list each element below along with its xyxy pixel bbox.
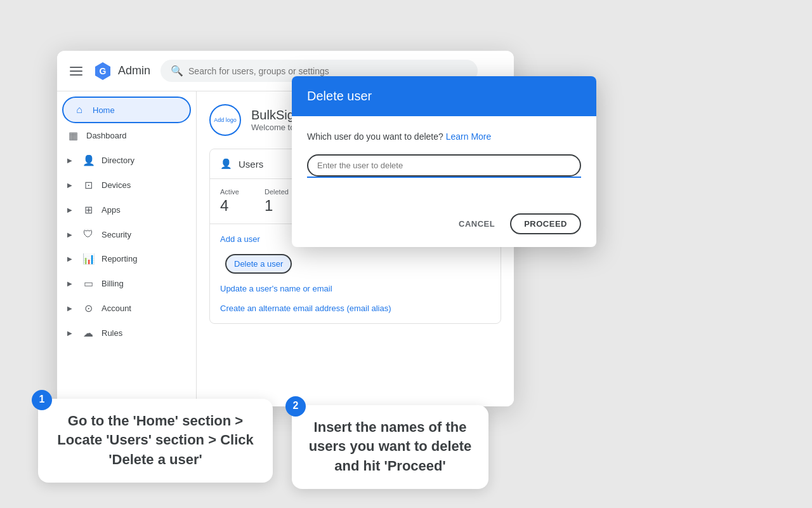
sidebar-item-devices-label: Devices	[102, 180, 131, 190]
sidebar: ⌂ Home ▦ Dashboard ▶ 👤 Directory ▶ ⊡ Dev…	[57, 91, 197, 406]
deleted-count: 1	[265, 197, 273, 214]
update-user-link[interactable]: Update a user's name or email	[210, 279, 501, 298]
active-label: Active	[220, 188, 239, 196]
tooltip-step1: 1 Go to the 'Home' section > Locate 'Use…	[38, 399, 273, 483]
sidebar-item-home-label: Home	[93, 105, 115, 115]
tooltip-step2-text: Insert the names of the users you want t…	[309, 419, 472, 474]
proceed-button[interactable]: PROCEED	[510, 213, 581, 234]
tooltip-step1-text: Go to the 'Home' section > Locate 'Users…	[57, 413, 253, 468]
reporting-icon: 📊	[82, 253, 94, 265]
dialog-title: Delete user	[307, 89, 372, 103]
cancel-button[interactable]: CANCEL	[451, 214, 502, 234]
active-count: 4	[220, 197, 228, 214]
delete-dialog: Delete user Which user do you want to de…	[292, 76, 596, 247]
chevron-icon-account: ▶	[67, 305, 72, 312]
user-input-display	[307, 154, 581, 177]
account-icon: ⊙	[82, 302, 94, 314]
rules-icon: ☁	[82, 327, 94, 339]
learn-more-link[interactable]: Learn More	[446, 131, 492, 142]
sidebar-item-apps-label: Apps	[102, 205, 121, 215]
active-stat: Active 4	[220, 188, 239, 215]
users-card-title: 👤 Users	[220, 158, 263, 170]
chevron-icon-reporting: ▶	[67, 255, 72, 262]
users-title: Users	[239, 159, 263, 170]
chevron-icon-apps: ▶	[67, 206, 72, 213]
search-icon: 🔍	[171, 65, 183, 77]
dialog-body: Which user do you want to delete? Learn …	[292, 116, 596, 206]
deleted-stat: Deleted 1	[265, 188, 289, 215]
sidebar-item-rules-label: Rules	[102, 328, 122, 338]
chevron-icon-devices: ▶	[67, 182, 72, 189]
sidebar-item-directory[interactable]: ▶ 👤 Directory	[57, 148, 191, 173]
security-icon: 🛡	[82, 229, 94, 240]
apps-icon: ⊞	[82, 204, 94, 216]
hamburger-icon[interactable]	[70, 67, 82, 76]
sidebar-item-billing[interactable]: ▶ ▭ Billing	[57, 271, 191, 296]
org-logo: Add logo	[209, 104, 241, 136]
chevron-icon-security: ▶	[67, 231, 72, 238]
delete-user-link[interactable]: Delete a user	[225, 254, 292, 274]
sidebar-item-security[interactable]: ▶ 🛡 Security	[57, 222, 191, 246]
dashboard-icon: ▦	[67, 130, 79, 142]
user-input[interactable]	[317, 161, 571, 170]
sidebar-item-reporting-label: Reporting	[102, 254, 137, 264]
sidebar-item-reporting[interactable]: ▶ 📊 Reporting	[57, 246, 191, 271]
step2-badge: 2	[285, 396, 306, 417]
logo-area: G Admin	[93, 61, 150, 81]
app-title: Admin	[118, 64, 150, 77]
user-icon: 👤	[220, 158, 232, 170]
google-admin-logo: G	[93, 61, 113, 81]
tooltip-step2: 2 Insert the names of the users you want…	[292, 405, 488, 489]
dialog-header: Delete user	[292, 76, 596, 116]
chevron-icon-billing: ▶	[67, 280, 72, 287]
devices-icon: ⊡	[82, 179, 94, 191]
sidebar-item-billing-label: Billing	[102, 279, 124, 288]
org-logo-text: Add logo	[214, 117, 237, 124]
sidebar-item-home[interactable]: ⌂ Home	[62, 97, 191, 123]
billing-icon: ▭	[82, 277, 94, 290]
svg-text:G: G	[100, 66, 107, 76]
sidebar-item-apps[interactable]: ▶ ⊞ Apps	[57, 197, 191, 222]
step1-badge: 1	[32, 390, 52, 410]
alias-link[interactable]: Create an alternate email address (email…	[210, 298, 501, 318]
sidebar-item-rules[interactable]: ▶ ☁ Rules	[57, 321, 191, 345]
sidebar-item-account[interactable]: ▶ ⊙ Account	[57, 296, 191, 321]
sidebar-item-devices[interactable]: ▶ ⊡ Devices	[57, 173, 191, 197]
sidebar-item-account-label: Account	[102, 304, 131, 313]
user-input-container	[307, 154, 581, 178]
chevron-icon-rules: ▶	[67, 330, 72, 337]
sidebar-item-dashboard[interactable]: ▦ Dashboard	[57, 123, 191, 148]
dialog-question: Which user do you want to delete? Learn …	[307, 131, 581, 142]
sidebar-item-directory-label: Directory	[102, 156, 134, 165]
deleted-label: Deleted	[265, 188, 289, 196]
dialog-footer: CANCEL PROCEED	[292, 206, 596, 247]
sidebar-item-dashboard-label: Dashboard	[86, 131, 127, 140]
chevron-icon: ▶	[67, 157, 72, 164]
directory-icon: 👤	[82, 154, 94, 166]
home-icon: ⌂	[74, 104, 85, 116]
search-input[interactable]	[188, 66, 468, 76]
sidebar-item-security-label: Security	[102, 230, 131, 239]
